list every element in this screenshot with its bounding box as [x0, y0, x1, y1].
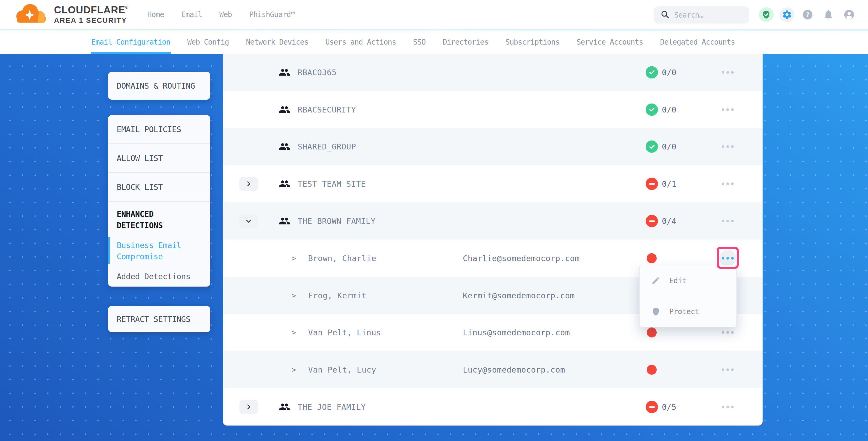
nav-home[interactable]: Home: [147, 10, 164, 19]
group-icon: [279, 401, 290, 413]
group-row: SHARED_GROUP0/0: [223, 128, 763, 165]
sidebar-item-enhanced-detections[interactable]: ENHANCED DETECTIONS: [117, 209, 201, 231]
tab-label: Users and Actions: [326, 38, 396, 46]
ellipsis-dot: [722, 331, 724, 334]
nav-phishguard[interactable]: PhishGuard™: [249, 10, 295, 19]
sidebar-card-domains: DOMAINS & ROUTING: [108, 72, 210, 100]
tab-email-configuration[interactable]: Email Configuration: [91, 30, 170, 54]
expand-button[interactable]: [240, 177, 258, 191]
protected-count: 0/0: [662, 68, 677, 77]
search-input[interactable]: [674, 10, 740, 20]
ellipsis-dot: [722, 183, 724, 185]
user-name: Frog, Kermit: [308, 291, 367, 300]
svg-text:?: ?: [806, 11, 810, 19]
protected-count: 0/5: [662, 403, 677, 412]
user-caret: >: [291, 366, 296, 374]
menu-item-protect[interactable]: Protect: [640, 296, 736, 327]
gear-icon[interactable]: [780, 7, 794, 22]
user-email: Charlie@somedemocorp.com: [463, 254, 580, 263]
expand-button[interactable]: [240, 400, 258, 414]
ellipsis-dot: [726, 145, 729, 148]
menu-item-edit[interactable]: Edit: [640, 265, 736, 296]
row-menu-button[interactable]: [719, 213, 736, 229]
protected-count: 0/1: [662, 179, 677, 189]
sidebar-item-label: DOMAINS & ROUTING: [117, 81, 195, 90]
sidebar-item-retract-settings[interactable]: RETRACT SETTINGS: [108, 306, 210, 332]
search-box[interactable]: [654, 6, 749, 24]
enhanced-detections-section: ENHANCED DETECTIONS Business Email Compr…: [108, 201, 210, 282]
nav-email[interactable]: Email: [181, 10, 202, 19]
ellipsis-dot: [731, 220, 734, 222]
ellipsis-dot: [722, 406, 724, 408]
group-name: THE BROWN FAMILY: [298, 217, 375, 226]
tab-subscriptions[interactable]: Subscriptions: [505, 30, 559, 54]
sidebar-item-added-detections[interactable]: Added Detections: [117, 271, 201, 282]
group-name: RBACO365: [298, 68, 337, 77]
tab-label: Directories: [443, 38, 488, 46]
status-blocked-badge: [646, 178, 658, 190]
row-menu-button[interactable]: [719, 138, 736, 155]
group-row: THE JOE FAMILY0/5: [223, 388, 763, 426]
group-icon: [279, 141, 290, 152]
user-caret: >: [291, 291, 296, 300]
sidebar-item-business-email-compromise[interactable]: Business Email Compromise: [117, 240, 201, 262]
tab-directories[interactable]: Directories: [443, 30, 488, 54]
page: CLOUDFLARE ® AREA 1 SECURITY HomeEmailWe…: [0, 0, 868, 441]
minus-icon: [649, 406, 655, 408]
group-row: RBACO3650/0: [223, 54, 763, 91]
section-tabs: Email ConfigurationWeb ConfigNetwork Dev…: [0, 30, 868, 54]
tab-delegated-accounts[interactable]: Delegated Accounts: [660, 30, 735, 54]
ellipsis-dot: [726, 331, 729, 334]
tab-users-and-actions[interactable]: Users and Actions: [326, 30, 396, 54]
brand-trademark: ®: [125, 5, 128, 9]
group-name: TEST TEAM SITE: [298, 179, 366, 189]
help-icon[interactable]: ?: [800, 7, 815, 22]
row-menu-button[interactable]: [719, 361, 736, 378]
account-icon[interactable]: [842, 7, 857, 22]
ellipsis-dot: [726, 108, 729, 111]
group-name: RBACSECURITY: [298, 105, 356, 114]
pencil-icon: [651, 276, 660, 285]
protected-count: 0/0: [662, 142, 677, 151]
row-menu-button[interactable]: [719, 176, 736, 192]
tab-network-devices[interactable]: Network Devices: [246, 30, 308, 54]
chevron-right-icon: [245, 180, 252, 187]
group-icon: [279, 67, 290, 78]
user-email: Linus@somedemocorp.com: [463, 328, 570, 337]
sidebar-item-allow-list[interactable]: ALLOW LIST: [108, 144, 210, 173]
group-icon: [279, 215, 290, 227]
shield-check-icon[interactable]: [759, 7, 774, 22]
user-caret: >: [291, 254, 296, 262]
nav-web[interactable]: Web: [219, 10, 232, 19]
sidebar-item-label: ALLOW LIST: [117, 154, 163, 163]
user-email: Lucy@somedemocorp.com: [463, 365, 565, 374]
collapse-button[interactable]: [240, 214, 258, 228]
status-ok-badge: [646, 140, 658, 153]
ellipsis-dot: [731, 368, 734, 371]
sidebar-item-domains-routing[interactable]: DOMAINS & ROUTING: [108, 72, 210, 100]
tab-label: Web Config: [187, 38, 229, 46]
ellipsis-dot: [726, 406, 729, 408]
user-row: >Van Pelt, LucyLucy@somedemocorp.com: [223, 351, 763, 388]
ellipsis-dot: [726, 368, 729, 371]
row-menu-button[interactable]: [719, 64, 736, 81]
tab-web-config[interactable]: Web Config: [187, 30, 229, 54]
bell-icon[interactable]: [821, 7, 836, 22]
ellipsis-dot: [722, 145, 724, 148]
ellipsis-dot: [731, 108, 734, 111]
row-menu-button[interactable]: [719, 101, 736, 118]
tab-sso[interactable]: SSO: [413, 30, 426, 54]
tab-label: Delegated Accounts: [660, 38, 735, 46]
brand-text: CLOUDFLARE ® AREA 1 SECURITY: [54, 4, 128, 25]
group-row: TEST TEAM SITE0/1: [223, 165, 763, 202]
sidebar-item-label: BLOCK LIST: [117, 183, 163, 192]
sidebar-item-email-policies[interactable]: EMAIL POLICIES: [108, 115, 210, 144]
sidebar-item-block-list[interactable]: BLOCK LIST: [108, 173, 210, 201]
groups-table: RBACO3650/0RBACSECURITY0/0SHARED_GROUP0/…: [223, 54, 763, 426]
cloudflare-logo[interactable]: CLOUDFLARE ® AREA 1 SECURITY: [13, 3, 128, 27]
menu-item-label: Edit: [669, 276, 686, 285]
status-blocked-badge: [646, 215, 658, 227]
ellipsis-dot: [722, 220, 724, 222]
tab-service-accounts[interactable]: Service Accounts: [577, 30, 643, 54]
row-menu-button[interactable]: [719, 399, 736, 415]
